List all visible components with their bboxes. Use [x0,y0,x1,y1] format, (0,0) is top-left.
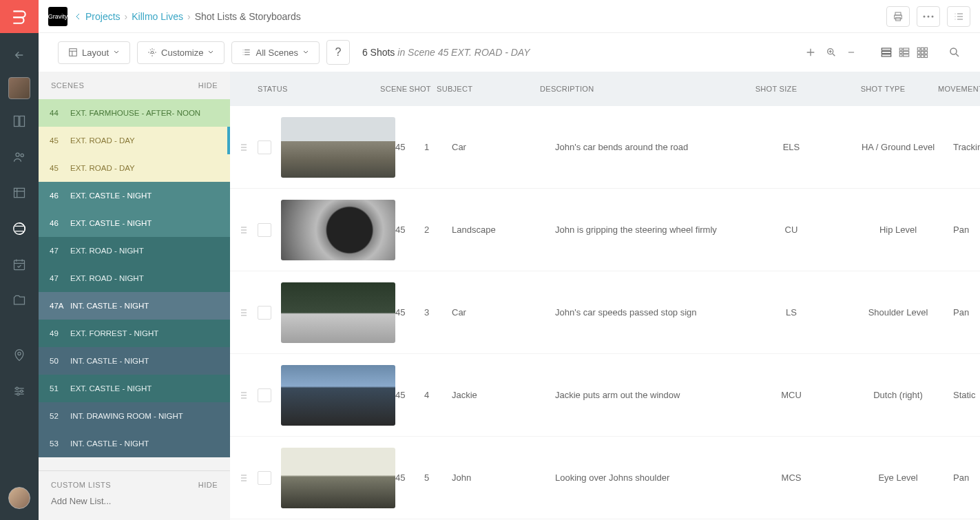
drag-handle-icon[interactable] [230,391,258,400]
scene-item[interactable]: 50INT. CASTLE - NIGHT [39,347,230,375]
shot-row[interactable]: 452LandscapeJohn is gripping the steerin… [230,189,980,271]
cell-description[interactable]: John is gripping the steering wheel firm… [555,225,740,235]
customize-dropdown[interactable]: Customize [137,41,225,64]
cell-movement[interactable]: Static [953,390,980,400]
shot-row[interactable]: 455JohnLooking over Johns shoulderMCSEye… [230,437,980,519]
location-icon[interactable] [6,342,33,369]
list-settings-button[interactable] [947,6,970,27]
cell-movement[interactable]: Tracking [953,142,980,152]
scene-item[interactable]: 51EXT. CASTLE - NIGHT [39,375,230,402]
shot-row[interactable]: 454JackieJackie puts arm out the windowM… [230,354,980,437]
cell-subject[interactable]: Car [452,307,555,318]
view-rows-icon[interactable] [879,45,893,59]
scene-item[interactable]: 47EXT. ROAD - NIGHT [39,237,230,264]
settings-sliders-icon[interactable] [6,377,33,405]
help-button[interactable]: ? [326,40,350,65]
view-list-icon[interactable] [897,45,911,59]
breakdown-icon[interactable] [6,179,33,207]
scene-item[interactable]: 52INT. DRAWING ROOM - NIGHT [39,402,230,430]
search-icon[interactable] [948,46,961,59]
back-icon[interactable] [6,41,33,69]
print-button[interactable] [886,6,910,27]
cell-shot-type[interactable]: Eye Level [843,472,953,483]
people-icon[interactable] [6,143,33,171]
shot-thumbnail[interactable] [281,448,395,508]
shot-thumbnail[interactable] [281,117,395,178]
cell-shot-type[interactable]: Shoulder Level [843,307,953,318]
status-checkbox[interactable] [258,471,281,485]
drag-handle-icon[interactable] [230,473,258,483]
shot-thumbnail[interactable] [281,282,395,343]
cell-description[interactable]: John's car speeds passed stop sign [555,307,740,318]
shotlist-icon[interactable] [6,215,33,242]
files-icon[interactable] [6,287,33,314]
status-checkbox[interactable] [258,223,281,237]
svg-point-16 [932,15,934,17]
schedule-icon[interactable] [6,251,33,278]
scene-item[interactable]: 45EXT. ROAD - DAY [39,154,230,182]
cell-subject[interactable]: Car [452,142,555,152]
col-status[interactable]: STATUS [258,85,380,93]
status-checkbox[interactable] [258,388,281,402]
col-shot[interactable]: SHOT [409,85,437,93]
status-checkbox[interactable] [258,141,281,154]
add-shot-button[interactable] [805,47,816,58]
scene-item[interactable]: 49EXT. FORREST - NIGHT [39,320,230,347]
zoom-button[interactable] [826,47,837,58]
scene-item[interactable]: 46EXT. CASTLE - NIGHT [39,209,230,237]
collapse-button[interactable] [846,48,856,57]
scene-item[interactable]: 47EXT. ROAD - NIGHT [39,264,230,292]
col-description[interactable]: DESCRIPTION [540,85,724,93]
shot-thumbnail[interactable] [281,200,395,260]
user-avatar-small[interactable] [8,77,30,99]
scene-item[interactable]: 46EXT. CASTLE - NIGHT [39,182,230,209]
cell-shot-type[interactable]: Dutch (right) [843,390,953,400]
cell-movement[interactable]: Pan [953,472,980,483]
current-user-avatar[interactable] [8,487,30,509]
breadcrumb-projects[interactable]: Projects [85,11,121,22]
drag-handle-icon[interactable] [230,225,258,235]
toolbar: Layout Customize All Scenes ? 6 Shots in… [39,33,980,72]
shot-row[interactable]: 451CarJohn's car bends around the roadEL… [230,106,980,189]
cell-shot-size[interactable]: CU [740,225,843,235]
cell-description[interactable]: Jackie puts arm out the window [555,390,740,400]
cell-description[interactable]: John's car bends around the road [555,142,740,152]
breadcrumb-project[interactable]: Killmo Lives [132,11,183,22]
col-scene[interactable]: SCENE [380,85,409,93]
col-subject[interactable]: SUBJECT [437,85,540,93]
col-shot-size[interactable]: SHOT SIZE [724,85,828,93]
shot-row[interactable]: 453CarJohn's car speeds passed stop sign… [230,271,980,354]
layout-dropdown[interactable]: Layout [58,41,130,64]
cell-subject[interactable]: Landscape [452,225,555,235]
cell-shot-size[interactable]: MCS [740,472,843,483]
more-options-button[interactable] [917,6,940,27]
app-logo[interactable] [0,0,39,33]
col-shot-type[interactable]: SHOT TYPE [828,85,938,93]
cell-movement[interactable]: Pan [953,225,980,235]
scene-item[interactable]: 53INT. CASTLE - NIGHT [39,430,230,457]
add-list-input[interactable] [51,489,218,513]
cell-shot-size[interactable]: ELS [740,142,843,152]
project-thumbnail[interactable]: Gravity [48,7,67,26]
status-checkbox[interactable] [258,306,281,320]
drag-handle-icon[interactable] [230,143,258,152]
col-movement[interactable]: MOVEMENT [938,85,979,93]
cell-subject[interactable]: Jackie [452,390,555,400]
cell-shot-type[interactable]: HA / Ground Level [843,142,953,152]
cell-shot-size[interactable]: LS [740,307,843,318]
cell-shot-size[interactable]: MCU [740,390,843,400]
cell-movement[interactable]: Pan [953,307,980,318]
hide-custom-lists-button[interactable]: HIDE [198,481,218,489]
scenes-filter-dropdown[interactable]: All Scenes [231,41,319,64]
cell-subject[interactable]: John [452,472,555,483]
drag-handle-icon[interactable] [230,308,258,318]
hide-scenes-button[interactable]: HIDE [198,81,218,90]
cell-description[interactable]: Looking over Johns shoulder [555,472,740,483]
view-grid-icon[interactable] [915,45,929,59]
cell-shot-type[interactable]: Hip Level [843,225,953,235]
boards-icon[interactable] [6,107,33,135]
scene-item[interactable]: 45EXT. ROAD - DAY [39,127,230,154]
scene-item[interactable]: 47AINT. CASTLE - NIGHT [39,292,230,320]
scene-item[interactable]: 44EXT. FARMHOUSE - AFTER- NOON [39,99,230,127]
shot-thumbnail[interactable] [281,365,395,426]
